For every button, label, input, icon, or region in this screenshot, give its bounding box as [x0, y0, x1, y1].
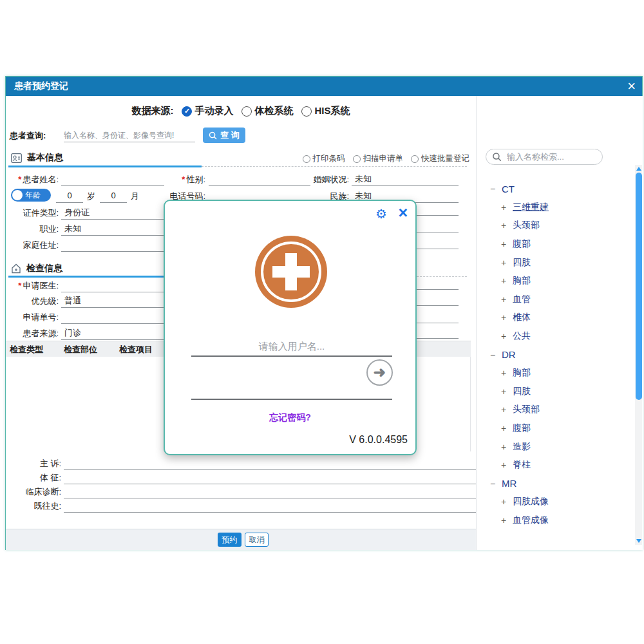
- tree-item-椎体[interactable]: +椎体: [477, 308, 631, 327]
- tree-search-box: [486, 149, 603, 165]
- radio-scan-request-form[interactable]: 扫描申请单: [353, 153, 404, 164]
- expand-icon[interactable]: +: [499, 258, 508, 268]
- settings-gear-icon[interactable]: ⚙: [375, 206, 387, 222]
- tree-item-头颈部[interactable]: +头颈部: [477, 216, 631, 235]
- popup-close-icon[interactable]: ×: [398, 204, 408, 222]
- id-type-input[interactable]: 身份证: [61, 205, 164, 220]
- expand-icon[interactable]: +: [499, 239, 508, 249]
- tree-item-四肢[interactable]: +四肢: [477, 383, 631, 401]
- radio-print-barcode[interactable]: 打印条码: [303, 153, 345, 164]
- tree-item-label: 胸部: [513, 275, 531, 287]
- tree-item-label: 四肢: [513, 257, 531, 269]
- tree-item-公共[interactable]: +公共: [477, 327, 631, 346]
- expand-icon[interactable]: +: [499, 331, 508, 341]
- radio-physical-exam-system[interactable]: 体检系统: [242, 105, 293, 117]
- gender-input[interactable]: [209, 172, 310, 186]
- title-bar: 患者预约登记 ×: [6, 77, 642, 96]
- registration-mode-options: 打印条码 扫描申请单 快速批量登记: [303, 153, 470, 164]
- radio-manual-entry[interactable]: ✓ 手动录入: [182, 105, 233, 117]
- datasource-row: 数据来源: ✓ 手动录入 体检系统 HIS系统: [6, 105, 476, 117]
- expand-icon[interactable]: +: [499, 294, 508, 305]
- collapse-icon[interactable]: −: [488, 478, 497, 489]
- login-username-input[interactable]: [191, 336, 392, 357]
- request-doctor-input[interactable]: [61, 278, 164, 292]
- field-past-history: 既往史:: [11, 498, 476, 513]
- expand-icon[interactable]: +: [499, 442, 508, 452]
- priority-input[interactable]: 普通: [61, 294, 164, 308]
- tree-item-胸部[interactable]: +胸部: [477, 272, 631, 290]
- patient-source-input[interactable]: 门诊: [61, 326, 164, 340]
- login-password-input[interactable]: [191, 379, 392, 400]
- occupation-input[interactable]: 未知: [61, 222, 164, 236]
- order-number-input[interactable]: [61, 310, 164, 324]
- tree-item-四肢成像[interactable]: +四肢成像: [477, 493, 631, 511]
- column-exam-part: 检查部位: [64, 344, 97, 355]
- tree-item-腹部[interactable]: +腹部: [477, 419, 631, 438]
- forgot-password-link[interactable]: 忘记密码?: [165, 412, 415, 424]
- tree-item-MR[interactable]: −MR: [477, 475, 631, 493]
- expand-icon[interactable]: +: [499, 202, 508, 213]
- tree-item-血管[interactable]: +血管: [477, 290, 631, 309]
- expand-icon[interactable]: +: [499, 423, 508, 433]
- tree-search-input[interactable]: [507, 151, 597, 163]
- query-button[interactable]: 查 询: [203, 128, 245, 143]
- exam-tree-panel: −CT+三维重建+头颈部+腹部+四肢+胸部+血管+椎体+公共−DR+胸部+四肢+…: [476, 96, 643, 550]
- cancel-button[interactable]: 取消: [245, 533, 269, 547]
- tree-scrollbar[interactable]: [635, 165, 642, 545]
- age-years-input[interactable]: 0: [56, 189, 83, 203]
- tree-item-血管成像[interactable]: +血管成像: [477, 511, 631, 530]
- collapse-icon[interactable]: −: [488, 184, 497, 194]
- login-arrow-button[interactable]: ➜: [366, 359, 393, 386]
- exam-info-header: 检查信息: [11, 262, 62, 275]
- id-card-icon: [11, 153, 22, 163]
- scroll-up-icon[interactable]: [636, 167, 641, 171]
- tree-item-造影[interactable]: +造影: [477, 437, 631, 456]
- age-toggle[interactable]: 年龄: [11, 189, 51, 202]
- tree-item-腹部[interactable]: +腹部: [477, 235, 631, 254]
- marital-status-input[interactable]: 未知: [352, 172, 459, 186]
- expand-icon[interactable]: +: [499, 515, 508, 526]
- past-history-input[interactable]: [64, 498, 476, 513]
- radio-icon: [353, 155, 361, 163]
- close-icon[interactable]: ×: [627, 77, 636, 95]
- search-icon: [492, 152, 502, 162]
- tree-item-label: 血管成像: [513, 515, 549, 526]
- tree-item-三维重建[interactable]: +三维重建: [477, 198, 631, 217]
- tree-item-label: DR: [502, 349, 516, 360]
- patient-query-input[interactable]: [64, 128, 195, 142]
- signs-input[interactable]: [64, 470, 476, 484]
- home-address-input[interactable]: [61, 238, 164, 252]
- expand-icon[interactable]: +: [499, 368, 508, 378]
- expand-icon[interactable]: +: [499, 460, 508, 470]
- chief-complaint-input[interactable]: [64, 456, 476, 470]
- patient-name-input[interactable]: [61, 172, 164, 186]
- radio-checked-icon: ✓: [182, 106, 192, 117]
- tree-item-CT[interactable]: −CT: [477, 180, 631, 198]
- tree-item-label: CT: [502, 184, 515, 194]
- collapse-icon[interactable]: −: [488, 350, 497, 360]
- age-months-input[interactable]: 0: [100, 189, 127, 203]
- expand-icon[interactable]: +: [499, 386, 508, 397]
- medical-cross-logo-icon: [255, 236, 327, 308]
- tree-item-label: 公共: [513, 330, 531, 342]
- radio-his-system[interactable]: HIS系统: [301, 105, 350, 117]
- radio-icon: [303, 155, 310, 163]
- expand-icon[interactable]: +: [499, 404, 508, 415]
- tree-item-四肢[interactable]: +四肢: [477, 253, 631, 272]
- tree-item-label: 头颈部: [513, 404, 540, 415]
- tree-item-DR[interactable]: −DR: [477, 345, 631, 364]
- clinical-diagnosis-input[interactable]: [64, 484, 476, 498]
- radio-quick-batch-register[interactable]: 快速批量登记: [411, 153, 469, 164]
- scrollbar-thumb[interactable]: [636, 173, 642, 400]
- tree-item-头颈部[interactable]: +头颈部: [477, 401, 631, 419]
- scroll-down-icon[interactable]: [636, 539, 641, 543]
- expand-icon[interactable]: +: [499, 220, 508, 231]
- expand-icon[interactable]: +: [499, 497, 508, 507]
- column-exam-item: 检查项目: [119, 344, 153, 355]
- confirm-button[interactable]: 预约: [218, 533, 242, 547]
- expand-icon[interactable]: +: [499, 312, 508, 323]
- section-divider: [202, 166, 467, 167]
- tree-item-胸部[interactable]: +胸部: [477, 364, 631, 383]
- tree-item-脊柱[interactable]: +脊柱: [477, 456, 631, 475]
- expand-icon[interactable]: +: [499, 276, 508, 286]
